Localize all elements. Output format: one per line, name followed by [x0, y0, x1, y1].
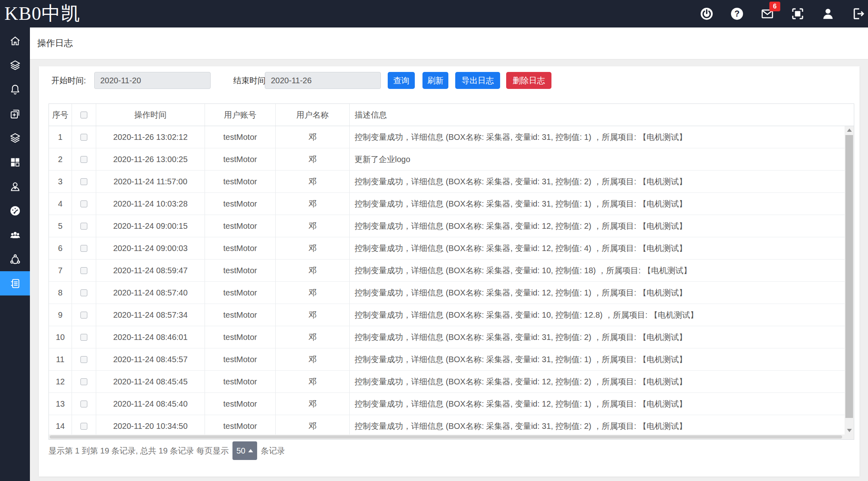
- page-size-dropdown[interactable]: 50: [232, 441, 257, 460]
- row-number: 10: [49, 326, 72, 348]
- row-description: 控制变量成功，详细信息 (BOX名称: 采集器, 变量id: 10, 控制值: …: [350, 259, 854, 281]
- row-user-name: 邓: [276, 193, 350, 215]
- refresh-button[interactable]: 刷新: [422, 72, 448, 89]
- row-number: 12: [49, 371, 72, 392]
- exit-icon[interactable]: [851, 7, 865, 21]
- row-operation-time: 2020-11-24 08:45:40: [96, 393, 205, 415]
- row-user-name: 邓: [276, 282, 350, 304]
- horizontal-scrollbar[interactable]: [49, 435, 854, 439]
- row-checkbox[interactable]: [80, 223, 87, 230]
- sidebar-item-add-device[interactable]: [0, 101, 30, 126]
- row-checkbox[interactable]: [80, 156, 87, 163]
- row-user-name: 邓: [276, 126, 350, 148]
- row-description: 控制变量成功，详细信息 (BOX名称: 采集器, 变量id: 31, 控制值: …: [350, 415, 854, 435]
- row-user-name: 邓: [276, 326, 350, 348]
- row-user-name: 邓: [276, 215, 350, 237]
- row-checkbox[interactable]: [80, 289, 87, 296]
- row-operation-time: 2020-11-24 08:45:45: [96, 371, 205, 392]
- row-description: 控制变量成功，详细信息 (BOX名称: 采集器, 变量id: 12, 控制值: …: [350, 215, 854, 237]
- delete-log-button[interactable]: 删除日志: [506, 72, 551, 89]
- row-checkbox[interactable]: [80, 312, 87, 319]
- page-size-value: 50: [237, 446, 245, 456]
- start-time-input[interactable]: [94, 72, 211, 89]
- query-button[interactable]: 查询: [388, 72, 415, 89]
- row-user-account: testMotor: [205, 148, 276, 170]
- user-icon[interactable]: [821, 7, 835, 21]
- table-row: 10 2020-11-24 08:46:01 testMotor 邓 控制变量成…: [49, 326, 854, 348]
- vertical-scrollbar-thumb[interactable]: [845, 135, 853, 418]
- row-operation-time: 2020-11-24 09:00:03: [96, 237, 205, 259]
- row-user-account: testMotor: [205, 348, 276, 370]
- row-description: 控制变量成功，详细信息 (BOX名称: 采集器, 变量id: 12, 控制值: …: [350, 393, 854, 415]
- end-time-input[interactable]: [265, 72, 381, 89]
- export-log-button[interactable]: 导出日志: [455, 72, 500, 89]
- row-number: 7: [49, 259, 72, 281]
- sidebar-item-user[interactable]: [0, 174, 30, 198]
- fullscreen-icon[interactable]: [791, 7, 805, 21]
- row-checkbox[interactable]: [80, 178, 87, 185]
- help-icon[interactable]: ?: [730, 7, 744, 21]
- select-all-checkbox[interactable]: [80, 112, 87, 118]
- sidebar-item-dashboard[interactable]: [0, 198, 30, 223]
- scroll-down-arrow-icon[interactable]: [845, 426, 854, 435]
- col-header-name: 用户名称: [276, 104, 350, 126]
- table-row: 14 2020-11-20 10:34:50 testMotor 邓 控制变量成…: [49, 415, 854, 435]
- sidebar-item-home[interactable]: [0, 29, 30, 53]
- row-operation-time: 2020-11-24 11:57:00: [96, 171, 205, 192]
- row-checkbox[interactable]: [80, 200, 87, 207]
- vertical-scrollbar[interactable]: [845, 126, 854, 435]
- row-description: 控制变量成功，详细信息 (BOX名称: 采集器, 变量id: 31, 控制值: …: [350, 326, 854, 348]
- table-row: 5 2020-11-24 09:00:15 testMotor 邓 控制变量成功…: [49, 215, 854, 237]
- sidebar-item-stack[interactable]: [0, 126, 30, 150]
- row-checkbox-cell: [72, 237, 96, 259]
- row-user-name: 邓: [276, 171, 350, 192]
- row-checkbox[interactable]: [80, 334, 87, 341]
- row-number: 4: [49, 193, 72, 215]
- row-checkbox-cell: [72, 193, 96, 215]
- row-user-account: testMotor: [205, 393, 276, 415]
- row-checkbox-cell: [72, 148, 96, 170]
- sidebar-item-team[interactable]: [0, 223, 30, 247]
- svg-text:?: ?: [735, 9, 740, 19]
- power-icon[interactable]: [700, 7, 714, 21]
- row-checkbox-cell: [72, 171, 96, 192]
- row-number: 6: [49, 237, 72, 259]
- row-checkbox[interactable]: [80, 134, 87, 141]
- row-description: 控制变量成功，详细信息 (BOX名称: 采集器, 变量id: 10, 控制值: …: [350, 304, 854, 326]
- row-user-account: testMotor: [205, 304, 276, 326]
- row-operation-time: 2020-11-24 08:57:34: [96, 304, 205, 326]
- sidebar-item-operation-log[interactable]: [0, 271, 30, 295]
- table-header: 序号 操作时间 用户账号 用户名称 描述信息: [49, 104, 854, 126]
- row-number: 2: [49, 148, 72, 170]
- row-checkbox[interactable]: [80, 423, 87, 430]
- row-checkbox[interactable]: [80, 356, 87, 363]
- row-number: 8: [49, 282, 72, 304]
- row-checkbox[interactable]: [80, 245, 87, 252]
- log-table: 序号 操作时间 用户账号 用户名称 描述信息 1 2020-11-26 13:0…: [49, 103, 854, 440]
- sidebar-item-alarms[interactable]: [0, 77, 30, 101]
- sidebar-nav: [0, 27, 30, 481]
- scroll-up-arrow-icon[interactable]: [845, 126, 854, 134]
- sidebar-item-share-network[interactable]: [0, 247, 30, 271]
- table-row: 13 2020-11-24 08:45:40 testMotor 邓 控制变量成…: [49, 393, 854, 415]
- row-user-name: 邓: [276, 371, 350, 392]
- col-header-no: 序号: [49, 104, 72, 126]
- horizontal-scrollbar-thumb[interactable]: [50, 435, 842, 439]
- row-number: 1: [49, 126, 72, 148]
- table-row: 6 2020-11-24 09:00:03 testMotor 邓 控制变量成功…: [49, 237, 854, 259]
- row-description: 控制变量成功，详细信息 (BOX名称: 采集器, 变量id: 31, 控制值: …: [350, 193, 854, 215]
- row-checkbox[interactable]: [80, 378, 87, 385]
- table-row: 7 2020-11-24 08:59:47 testMotor 邓 控制变量成功…: [49, 259, 854, 282]
- row-checkbox[interactable]: [80, 267, 87, 274]
- row-operation-time: 2020-11-26 13:00:25: [96, 148, 205, 170]
- row-checkbox[interactable]: [80, 401, 87, 407]
- table-row: 1 2020-11-26 13:02:12 testMotor 邓 控制变量成功…: [49, 126, 854, 148]
- caret-up-icon: [248, 449, 253, 452]
- row-checkbox-cell: [72, 304, 96, 326]
- row-operation-time: 2020-11-20 10:34:50: [96, 415, 205, 435]
- mail-icon[interactable]: 6: [760, 7, 774, 21]
- sidebar-item-apps-grid[interactable]: [0, 150, 30, 174]
- sidebar-item-layers[interactable]: [0, 53, 30, 77]
- row-user-account: testMotor: [205, 259, 276, 281]
- row-description: 控制变量成功，详细信息 (BOX名称: 采集器, 变量id: 31, 控制值: …: [350, 171, 854, 192]
